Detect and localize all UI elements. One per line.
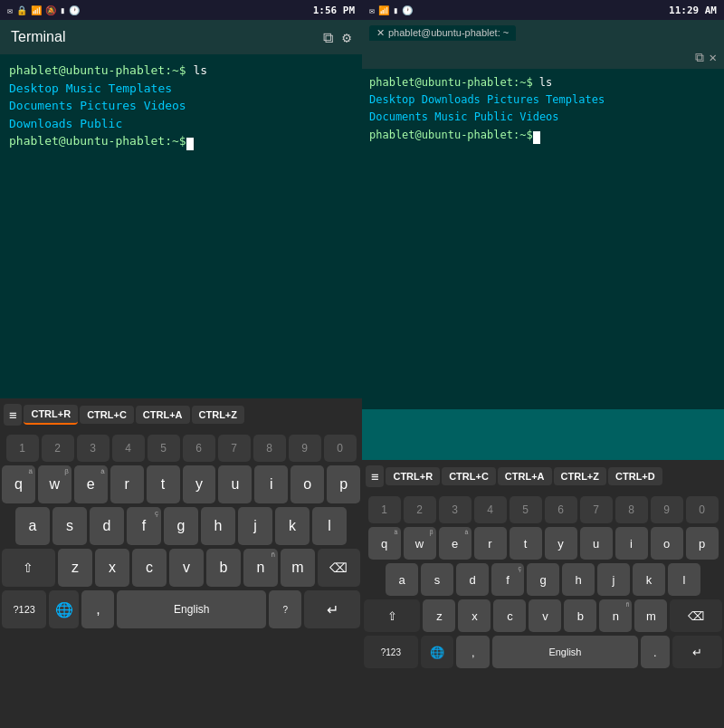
key-r-0[interactable]: 0 bbox=[686, 496, 719, 523]
ctrl-a-right[interactable]: CTRL+A bbox=[498, 467, 552, 485]
terminal-left-content[interactable]: phablet@ubuntu-phablet:~$ ls Desktop Mus… bbox=[0, 54, 362, 409]
settings-button-left[interactable]: ⚙ bbox=[342, 29, 351, 46]
key-4[interactable]: 4 bbox=[112, 435, 145, 462]
key-r-5[interactable]: 5 bbox=[510, 496, 542, 523]
key-k[interactable]: k bbox=[275, 507, 310, 545]
key-3[interactable]: 3 bbox=[77, 435, 110, 462]
key-q[interactable]: qä bbox=[2, 465, 35, 503]
globe-key-left[interactable]: 🌐 bbox=[49, 590, 79, 628]
key-8[interactable]: 8 bbox=[253, 435, 286, 462]
terminal-right-tab[interactable]: ✕ phablet@ubuntu-phablet: ~ bbox=[369, 25, 516, 41]
ctrl-a-left[interactable]: CTRL+A bbox=[136, 406, 190, 424]
key-r-m[interactable]: m bbox=[634, 599, 667, 632]
backspace-key-left[interactable]: ⌫ bbox=[318, 549, 360, 587]
ctrl-z-right[interactable]: CTRL+Z bbox=[554, 467, 606, 485]
key-r-u[interactable]: u bbox=[580, 527, 613, 560]
comma-key-left[interactable]: , bbox=[81, 590, 114, 628]
key-f[interactable]: fç bbox=[127, 507, 161, 545]
key-h[interactable]: h bbox=[201, 507, 235, 545]
key-9[interactable]: 9 bbox=[289, 435, 321, 462]
key-a[interactable]: a bbox=[15, 507, 50, 545]
key-6[interactable]: 6 bbox=[183, 435, 215, 462]
shift-key-right[interactable]: ⇧ bbox=[364, 599, 420, 632]
key-0[interactable]: 0 bbox=[324, 435, 357, 462]
backspace-key-right[interactable]: ⌫ bbox=[670, 599, 722, 632]
ctrl-r-right[interactable]: CTRL+R bbox=[386, 467, 440, 485]
comma-key-right[interactable]: , bbox=[456, 636, 490, 668]
key-x[interactable]: x bbox=[95, 549, 129, 587]
key-p[interactable]: p bbox=[327, 465, 360, 503]
key-z[interactable]: z bbox=[58, 549, 92, 587]
key-r-l[interactable]: l bbox=[668, 563, 700, 596]
period-key-right[interactable]: . bbox=[641, 636, 670, 668]
key-r-e[interactable]: eà bbox=[439, 527, 472, 560]
num-switch-right[interactable]: ?123 bbox=[364, 636, 418, 668]
key-r-c[interactable]: c bbox=[493, 599, 526, 632]
close-icon[interactable]: ✕ bbox=[710, 50, 717, 64]
key-r-s[interactable]: s bbox=[421, 563, 453, 596]
key-v[interactable]: v bbox=[169, 549, 204, 587]
key-r-o[interactable]: o bbox=[651, 527, 683, 560]
key-r-q[interactable]: qä bbox=[368, 527, 401, 560]
key-2[interactable]: 2 bbox=[42, 435, 74, 462]
globe-key-right[interactable]: 🌐 bbox=[421, 636, 454, 668]
key-r-k[interactable]: k bbox=[633, 563, 665, 596]
key-7[interactable]: 7 bbox=[218, 435, 251, 462]
shift-key-left[interactable]: ⇧ bbox=[2, 549, 55, 587]
terminal-right-content[interactable]: phablet@ubuntu-phablet:~$ ls Desktop Dow… bbox=[362, 69, 724, 149]
ctrl-z-left[interactable]: CTRL+Z bbox=[192, 406, 244, 424]
key-e[interactable]: eà bbox=[74, 465, 108, 503]
key-g[interactable]: g bbox=[164, 507, 198, 545]
keyboard-left[interactable]: 1 2 3 4 5 6 7 8 9 0 qä wβ eà r t y u i o… bbox=[0, 431, 362, 728]
key-r-x[interactable]: x bbox=[458, 599, 491, 632]
period-key-left[interactable]: ? bbox=[269, 590, 301, 628]
key-s[interactable]: s bbox=[52, 507, 87, 545]
key-t[interactable]: t bbox=[147, 465, 180, 503]
key-r-b[interactable]: b bbox=[564, 599, 596, 632]
key-r-y[interactable]: y bbox=[545, 527, 577, 560]
key-d[interactable]: d bbox=[90, 507, 124, 545]
key-r-6[interactable]: 6 bbox=[545, 496, 577, 523]
key-r-7[interactable]: 7 bbox=[580, 496, 613, 523]
key-r-9[interactable]: 9 bbox=[651, 496, 683, 523]
key-r-2[interactable]: 2 bbox=[404, 496, 436, 523]
key-r-i[interactable]: i bbox=[615, 527, 648, 560]
key-r-t[interactable]: t bbox=[510, 527, 542, 560]
key-i[interactable]: i bbox=[254, 465, 288, 503]
key-r-f[interactable]: fç bbox=[491, 563, 524, 596]
restore-icon[interactable]: ⧉ bbox=[695, 50, 704, 65]
key-r-g[interactable]: g bbox=[527, 563, 559, 596]
key-r-v[interactable]: v bbox=[529, 599, 561, 632]
key-r-r[interactable]: r bbox=[474, 527, 507, 560]
keyboard-right[interactable]: 1 2 3 4 5 6 7 8 9 0 qä wβ eà r t y u i o… bbox=[362, 493, 724, 728]
ctrl-r-left[interactable]: CTRL+R bbox=[24, 405, 78, 425]
key-r-z[interactable]: z bbox=[423, 599, 455, 632]
key-n[interactable]: nñ bbox=[243, 549, 278, 587]
key-r-h[interactable]: h bbox=[562, 563, 595, 596]
num-switch-left[interactable]: ?123 bbox=[2, 590, 46, 628]
ctrl-c-left[interactable]: CTRL+C bbox=[80, 406, 134, 424]
key-r-d[interactable]: d bbox=[456, 563, 489, 596]
hamburger-button-right[interactable]: ≡ bbox=[366, 465, 384, 487]
key-u[interactable]: u bbox=[218, 465, 252, 503]
key-r-8[interactable]: 8 bbox=[615, 496, 648, 523]
key-r-w[interactable]: wβ bbox=[404, 527, 436, 560]
enter-key-left[interactable]: ↵ bbox=[304, 590, 360, 628]
key-l[interactable]: l bbox=[312, 507, 347, 545]
space-key-right[interactable]: English bbox=[492, 636, 638, 668]
key-1[interactable]: 1 bbox=[6, 435, 39, 462]
key-o[interactable]: o bbox=[291, 465, 324, 503]
space-key-left[interactable]: English bbox=[117, 590, 266, 628]
hamburger-button-left[interactable]: ≡ bbox=[4, 404, 22, 426]
enter-key-right[interactable]: ↵ bbox=[672, 636, 722, 668]
key-y[interactable]: y bbox=[183, 465, 216, 503]
key-c[interactable]: c bbox=[132, 549, 167, 587]
copy-button-left[interactable]: ⧉ bbox=[323, 29, 333, 46]
key-b[interactable]: b bbox=[206, 549, 241, 587]
key-r-j[interactable]: j bbox=[597, 563, 630, 596]
key-r-4[interactable]: 4 bbox=[474, 496, 507, 523]
key-r[interactable]: r bbox=[110, 465, 144, 503]
key-r-p[interactable]: p bbox=[686, 527, 719, 560]
key-r-3[interactable]: 3 bbox=[439, 496, 472, 523]
key-w[interactable]: wβ bbox=[38, 465, 71, 503]
